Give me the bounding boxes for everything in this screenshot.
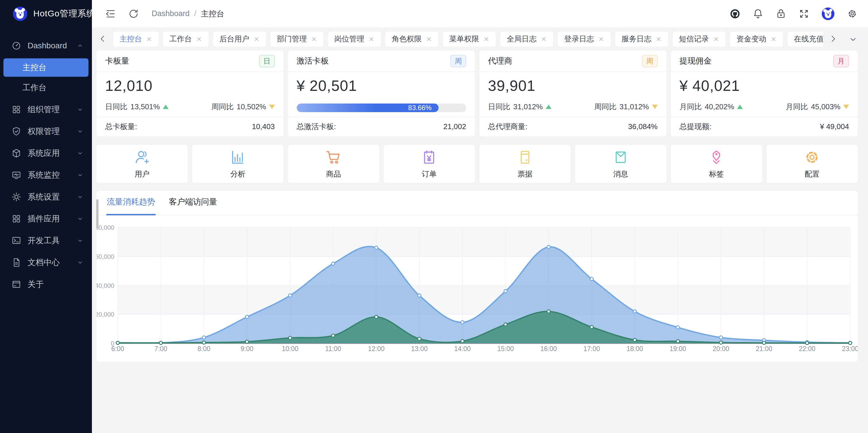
metric-up: 日同比31,012% (488, 102, 552, 112)
breadcrumb-separator: / (194, 9, 196, 18)
chart-tab[interactable]: 流量消耗趋势 (106, 196, 156, 215)
close-icon[interactable] (426, 36, 432, 42)
settings-gear-icon[interactable] (847, 8, 858, 19)
terminal-icon (11, 236, 21, 246)
stat-card-title: 代理商 (488, 56, 512, 66)
refresh-icon[interactable] (128, 8, 139, 19)
shortcut-goods[interactable]: 商品 (288, 145, 379, 183)
header-right-icons (730, 7, 858, 21)
sidebar-item-org-management[interactable]: 组织管理 (0, 98, 92, 120)
bell-icon[interactable] (752, 8, 764, 19)
metric-label: 日同比 (488, 102, 510, 112)
footer-value: 36,084% (628, 122, 658, 131)
flow-area-chart: 020,00040,00060,00080,0006:007:008:009:0… (96, 216, 858, 362)
sidebar-item-dev-tools[interactable]: 开发工具 (0, 230, 92, 252)
shortcut-label: 用户 (135, 169, 150, 179)
tab-chip[interactable]: 角色权限 (385, 32, 438, 47)
tab-chip[interactable]: 服务日志 (615, 32, 668, 47)
tab-label: 工作台 (169, 34, 192, 44)
content-scrollbar-thumb[interactable] (96, 199, 98, 229)
close-icon[interactable] (311, 36, 317, 42)
stat-card-footer: 总提现额:¥ 49,004 (671, 117, 858, 136)
sidebar-item-dashboard[interactable]: Dashboard (0, 35, 92, 57)
sidebar-item-plugin-apps[interactable]: 插件应用 (0, 208, 92, 230)
tab-chip[interactable]: 部门管理 (271, 32, 323, 47)
shortcuts-row: 用户分析商品订单票据消息标签配置 (96, 145, 858, 183)
tab-chip[interactable]: 登录日志 (558, 32, 611, 47)
sidebar-item-workbench[interactable]: 工作台 (3, 79, 89, 97)
koala-avatar-icon[interactable] (822, 7, 835, 21)
tab-label: 部门管理 (277, 34, 307, 44)
sidebar-item-system-monitor[interactable]: 系统监控 (0, 164, 92, 186)
tabs-scroll-left-icon[interactable] (98, 34, 108, 44)
grid-icon (11, 105, 21, 114)
sidebar-item-label: 关于 (28, 279, 84, 290)
period-badge: 周 (451, 55, 466, 67)
tab-chip[interactable]: 工作台 (163, 32, 209, 47)
chevron-down-icon (76, 237, 84, 244)
tab-chip[interactable]: 在线充值 (787, 32, 823, 47)
sidebar-item-permission-management[interactable]: 权限管理 (0, 120, 92, 142)
close-icon[interactable] (196, 36, 202, 42)
close-icon[interactable] (483, 36, 490, 42)
close-icon[interactable] (598, 36, 604, 42)
breadcrumb-section[interactable]: Dashboard (152, 9, 190, 18)
svg-text:40,000: 40,000 (96, 282, 114, 289)
shortcut-invoices[interactable]: 票据 (479, 145, 570, 183)
shortcut-tags[interactable]: 标签 (671, 145, 762, 183)
shortcut-analysis[interactable]: 分析 (192, 145, 283, 183)
app-logo[interactable]: HotGo管理系统 (0, 0, 92, 27)
lock-icon[interactable] (776, 8, 786, 19)
sidebar-item-label: 权限管理 (28, 126, 76, 137)
github-icon[interactable] (730, 8, 741, 19)
chart-card-tabs: 流量消耗趋势客户端访问量 (96, 191, 858, 215)
tab-chip[interactable]: 资金变动 (730, 32, 783, 47)
close-icon[interactable] (713, 36, 719, 42)
sidebar-item-label: 组织管理 (28, 104, 76, 115)
tab-label: 登录日志 (564, 34, 594, 44)
tab-chip[interactable]: 岗位管理 (328, 32, 381, 47)
shortcut-orders[interactable]: 订单 (384, 145, 475, 183)
sidebar-item-console[interactable]: 主控台 (3, 58, 89, 77)
chart-tab[interactable]: 客户端访问量 (168, 196, 218, 215)
close-icon[interactable] (655, 36, 662, 42)
metric-value: 45,003% (811, 103, 840, 111)
top-header: Dashboard / 主控台 (92, 0, 868, 27)
shortcut-label: 商品 (326, 169, 341, 179)
close-icon[interactable] (368, 36, 375, 42)
close-icon[interactable] (540, 36, 547, 42)
main-content: 卡板量日12,010日同比13,501%周同比10,502%总卡板量:10,40… (96, 51, 858, 362)
menu-fold-icon[interactable] (105, 8, 116, 19)
grid-icon (11, 214, 21, 224)
sidebar-item-doc-center[interactable]: 文档中心 (0, 252, 92, 273)
chevron-down-icon (76, 259, 84, 266)
stat-cards-row: 卡板量日12,010日同比13,501%周同比10,502%总卡板量:10,40… (96, 51, 858, 136)
shield-check-icon (11, 126, 21, 136)
stat-card-body: 39,901日同比31,012%周同比31,012% (479, 72, 666, 117)
mail-icon (612, 149, 629, 166)
trend-up-icon (737, 105, 743, 109)
period-badge: 月 (833, 55, 849, 67)
tab-chip[interactable]: 短信记录 (673, 32, 725, 47)
close-icon[interactable] (146, 36, 152, 42)
tab-chip[interactable]: 后台用户 (213, 32, 266, 47)
shortcut-users[interactable]: 用户 (96, 145, 188, 183)
shortcut-messages[interactable]: 消息 (575, 145, 666, 183)
tabs-scroll-right-icon[interactable] (828, 34, 838, 44)
shortcut-label: 订单 (422, 169, 437, 179)
tab-chip[interactable]: 菜单权限 (443, 32, 496, 47)
metric-label: 月同比 (785, 102, 808, 112)
tab-chip[interactable]: 主控台 (113, 32, 159, 47)
close-icon[interactable] (770, 36, 777, 42)
close-icon[interactable] (253, 36, 260, 42)
tab-chip[interactable]: 全局日志 (500, 32, 553, 47)
sidebar-item-about[interactable]: 关于 (0, 273, 92, 295)
shortcut-config[interactable]: 配置 (767, 145, 858, 183)
tab-bar: 主控台工作台后台用户部门管理岗位管理角色权限菜单权限全局日志登录日志服务日志短信… (92, 27, 868, 51)
tab-label: 资金变动 (737, 34, 766, 44)
tabs-dropdown-icon[interactable] (848, 34, 858, 44)
sidebar-item-system-settings[interactable]: 系统设置 (0, 186, 92, 208)
sidebar-item-system-apps[interactable]: 系统应用 (0, 142, 92, 164)
trend-down-icon (269, 105, 275, 109)
fullscreen-icon[interactable] (799, 8, 809, 19)
